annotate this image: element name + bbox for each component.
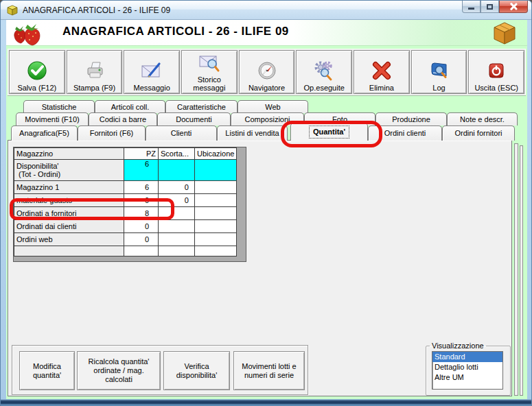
- grid-cell-label: [14, 246, 124, 256]
- magazzino-grid: Magazzino PZ Scorta... Ubicazione Dispon…: [13, 147, 246, 262]
- verifica-disponibilita-button[interactable]: Verifica disponibilita': [163, 351, 230, 390]
- grid-row-ordinati-dai-clienti[interactable]: Ordinati dai clienti 0: [14, 220, 237, 233]
- tab-note-e-descr[interactable]: Note e descr.: [447, 112, 518, 126]
- grid-cell-pz[interactable]: 8: [124, 207, 159, 220]
- message-pen-icon: [140, 58, 163, 84]
- tab-articoli-coll[interactable]: Articoli coll.: [95, 100, 165, 113]
- grid-cell-label: materiale guasto: [14, 194, 124, 207]
- ricalcola-quantita-button[interactable]: Ricalcola quantita' ordinate / mag. calc…: [77, 351, 161, 390]
- grid-cell-label: Ordinati a fornitori: [14, 207, 124, 220]
- log-button[interactable]: Log: [411, 50, 467, 94]
- tab-codici-a-barre[interactable]: Codici a barre: [89, 112, 157, 126]
- visualizzazione-legend: Visualizzazione: [430, 342, 486, 350]
- grid-header-ubicazione: Ubicazione: [194, 148, 236, 160]
- visualizzazione-listbox[interactable]: Standard Dettaglio lotti Altre UM: [432, 351, 503, 390]
- gears-search-icon: [312, 58, 336, 84]
- tab-documenti[interactable]: Documenti: [157, 112, 231, 126]
- listbox-item-standard[interactable]: Standard: [432, 352, 502, 362]
- grid-cell-pz[interactable]: 6: [124, 160, 159, 181]
- grid-cell-scorta[interactable]: [159, 233, 195, 246]
- save-button[interactable]: Salva (F12): [9, 50, 65, 94]
- tab-ordini-fornitori[interactable]: Ordini fornitori: [442, 126, 515, 141]
- grid-row-disponibilita[interactable]: Disponibilita' (Tot - Ordini) 6: [14, 160, 237, 181]
- app-cube-icon: [6, 4, 19, 19]
- delete-button[interactable]: Elimina: [354, 50, 410, 94]
- close-icon: [510, 3, 518, 10]
- maximize-button[interactable]: [481, 1, 499, 13]
- tab-produzione[interactable]: Produzione: [375, 112, 447, 126]
- grid-cell-pz[interactable]: 0: [124, 220, 159, 233]
- print-button[interactable]: Stampa (F9): [67, 50, 123, 94]
- grid-cell-ubicazione[interactable]: [194, 194, 236, 207]
- quantita-tab-page: Magazzino PZ Scorta... Ubicazione Dispon…: [8, 140, 512, 396]
- close-button[interactable]: [499, 1, 528, 13]
- toolbar-button-label: Stampa (F9): [73, 84, 115, 92]
- tab-quantita-selected[interactable]: Quantita': [290, 123, 368, 141]
- grid-cell-pz[interactable]: 0: [124, 194, 159, 207]
- grid-header-pz: PZ: [124, 148, 159, 160]
- grid-cell-scorta[interactable]: [159, 207, 195, 220]
- grid-cell-pz[interactable]: 6: [124, 181, 159, 194]
- modifica-quantita-button[interactable]: Modifica quantita': [19, 351, 75, 390]
- grid-row-ordinati-a-fornitori[interactable]: Ordinati a fornitori 8: [14, 207, 237, 220]
- grid-row-empty[interactable]: [14, 246, 237, 256]
- message-button[interactable]: Messaggio: [124, 50, 180, 94]
- toolbar-button-label: Navigatore: [248, 84, 285, 92]
- tab-listini-di-vendita[interactable]: Listini di vendita: [217, 126, 288, 141]
- titlebar[interactable]: ANAGRAFICA ARTICOLI - 26 - ILIFE 09: [1, 1, 532, 20]
- printer-icon: [84, 58, 106, 84]
- message-history-icon: [198, 51, 221, 75]
- operations-button[interactable]: Op.eseguite: [296, 50, 352, 94]
- save-check-icon: [26, 58, 48, 84]
- grid-cell-ubicazione[interactable]: [194, 233, 236, 246]
- movimenti-lotti-button[interactable]: Movimenti lotti e numeri di serie: [233, 351, 305, 390]
- listbox-item-dettaglio-lotti[interactable]: Dettaglio lotti: [432, 362, 502, 372]
- window-controls: [462, 1, 528, 13]
- grid-cell-scorta[interactable]: 0: [159, 194, 195, 207]
- grid-cell-ubicazione[interactable]: [194, 181, 236, 194]
- tab-fornitori[interactable]: Fornitori (F6): [78, 126, 146, 141]
- tab-movimenti[interactable]: Movimenti (F10): [16, 112, 89, 126]
- grid-row-ordini-web[interactable]: Ordini web 0: [14, 233, 237, 246]
- grid-cell-scorta[interactable]: [159, 246, 195, 256]
- grid-cell-pz[interactable]: [124, 246, 159, 256]
- grid-cell-label: Ordinati dai clienti: [14, 220, 124, 233]
- tab-statistiche[interactable]: Statistiche: [23, 100, 95, 113]
- grid-cell-label: Disponibilita' (Tot - Ordini): [14, 160, 124, 181]
- form-header: ANAGRAFICA ARTICOLI - 26 - ILIFE 09: [6, 20, 527, 46]
- grid-row-materiale-guasto[interactable]: materiale guasto 0 0: [14, 194, 237, 207]
- grid-cell-scorta[interactable]: 0: [159, 181, 195, 194]
- grid-row-magazzino-1[interactable]: Magazzino 1 6 0: [14, 181, 237, 194]
- toolbar-button-label: Log: [432, 84, 445, 92]
- tab-row-1: Statistiche Articoli coll. Caratteristic…: [23, 100, 308, 113]
- grid-cell-ubicazione[interactable]: [194, 246, 236, 256]
- exit-button[interactable]: Uscita (ESC): [468, 50, 524, 94]
- grid-cell-ubicazione[interactable]: [194, 220, 236, 233]
- navigator-button[interactable]: Navigatore: [239, 50, 295, 94]
- grid-cell-ubicazione[interactable]: [194, 160, 236, 181]
- grid-header-scorta: Scorta...: [159, 148, 195, 160]
- main-toolbar: Salva (F12) Stampa (F9): [8, 49, 526, 95]
- grid-cell-scorta[interactable]: [159, 160, 195, 181]
- visualizzazione-group: Visualizzazione Standard Dettaglio lotti…: [426, 342, 511, 396]
- maximize-icon: [487, 4, 493, 10]
- tab-anagrafica[interactable]: Anagrafica(F5): [11, 126, 78, 141]
- minimize-button[interactable]: [462, 1, 481, 13]
- minimize-icon: [468, 8, 474, 10]
- page-title: ANAGRAFICA ARTICOLI - 26 - ILIFE 09: [62, 25, 289, 38]
- grid-header-row: Magazzino PZ Scorta... Ubicazione: [14, 148, 237, 160]
- stacked-page-edge: [520, 145, 523, 396]
- toolbar-button-label: Uscita (ESC): [474, 84, 518, 92]
- message-history-button[interactable]: Storico messaggi: [181, 50, 238, 94]
- tab-row-2: Movimenti (F10) Codici a barre Documenti…: [16, 112, 518, 126]
- tab-caratteristiche[interactable]: Caratteristiche: [165, 100, 238, 113]
- tab-ordini-clienti[interactable]: Ordini clienti: [368, 126, 442, 141]
- grid-cell-ubicazione[interactable]: [194, 207, 236, 220]
- grid-cell-pz[interactable]: 0: [124, 233, 159, 246]
- grid-cell-scorta[interactable]: [159, 220, 195, 233]
- tab-quantita-label: Quantita': [310, 126, 349, 138]
- tab-clienti[interactable]: Clienti: [146, 126, 217, 141]
- listbox-item-altre-um[interactable]: Altre UM: [432, 372, 502, 383]
- tab-web[interactable]: Web: [238, 100, 308, 113]
- exit-power-icon: [485, 58, 507, 84]
